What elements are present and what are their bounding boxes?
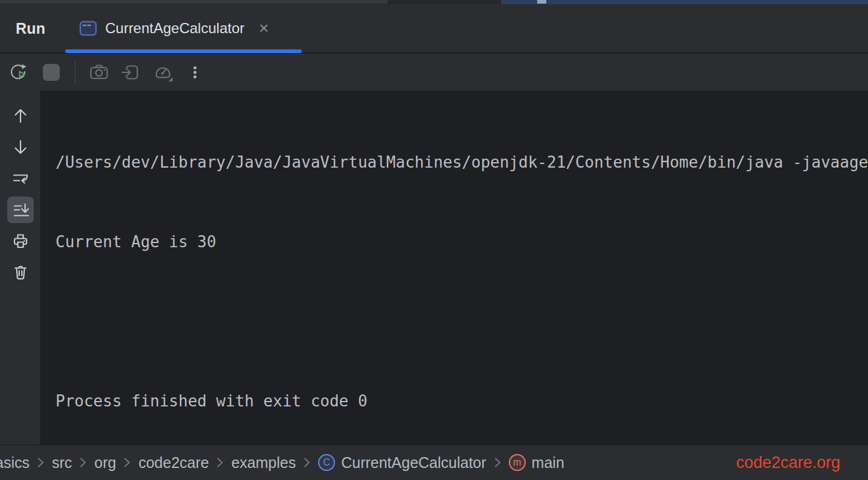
more-options-button[interactable] — [185, 62, 205, 83]
breadcrumb-class-label: CurrentAgeCalculator — [341, 454, 486, 472]
panel-title: Run — [16, 20, 45, 37]
chevron-right-icon — [124, 457, 130, 468]
scroll-to-end-icon — [11, 200, 30, 219]
editor-edge-strip — [0, 0, 868, 4]
soft-wrap-icon — [11, 169, 30, 188]
attach-to-process-button[interactable] — [121, 62, 141, 83]
editor-edge-caret — [537, 0, 546, 4]
toolbar-separator — [75, 61, 75, 84]
chevron-right-icon — [80, 457, 86, 468]
clear-trash-icon — [11, 263, 30, 282]
breadcrumb-item-class[interactable]: C CurrentAgeCalculator — [318, 454, 486, 472]
run-panel-header: Run CurrentAgeCalculator × — [0, 4, 868, 53]
scroll-to-end-button[interactable] — [7, 197, 34, 223]
tab-label: CurrentAgeCalculator — [105, 20, 244, 37]
console-sidebar — [0, 90, 41, 444]
down-stacktrace-button[interactable] — [7, 134, 34, 160]
attach-profiler-icon — [121, 62, 141, 83]
chevron-right-icon — [494, 457, 501, 468]
breadcrumb-item-examples[interactable]: examples — [231, 454, 296, 472]
stop-icon — [41, 62, 62, 83]
class-icon: C — [318, 454, 335, 471]
console-tab-icon — [79, 21, 97, 36]
breadcrumb-item-basics[interactable]: asics — [0, 454, 30, 472]
camera-snapshot-icon — [89, 62, 109, 83]
console-output: /Users/dev/Library/Java/JavaVirtualMachi… — [41, 90, 868, 444]
breadcrumb-bar: asics src org code2care examples C Curre… — [0, 444, 868, 480]
rerun-icon — [9, 62, 30, 83]
soft-wrap-button[interactable] — [7, 165, 34, 192]
active-tab-underline — [65, 49, 302, 53]
editor-edge-segment — [0, 0, 388, 4]
editor-edge-selection — [501, 0, 868, 4]
print-icon — [11, 232, 30, 251]
console-area: /Users/dev/Library/Java/JavaVirtualMachi… — [0, 90, 868, 444]
chevron-right-icon — [304, 457, 310, 468]
breadcrumb-item-src[interactable]: src — [52, 454, 72, 472]
stop-button[interactable] — [41, 62, 62, 83]
up-stacktrace-button[interactable] — [7, 103, 34, 129]
memory-snapshot-button[interactable] — [89, 62, 109, 83]
arrow-up-icon — [11, 106, 30, 125]
print-console-button[interactable] — [7, 228, 34, 254]
console-line: Current Age is 30 — [56, 229, 868, 255]
more-options-kebab-icon — [185, 62, 205, 83]
breadcrumb-item-method[interactable]: m main — [509, 454, 564, 472]
clear-console-button[interactable] — [7, 259, 34, 286]
method-icon: m — [509, 454, 526, 471]
arrow-down-icon — [11, 137, 30, 157]
tab-close-icon[interactable]: × — [259, 20, 269, 37]
tab-current-age-calculator[interactable]: CurrentAgeCalculator × — [79, 4, 269, 52]
rerun-button[interactable] — [9, 62, 30, 83]
console-line — [56, 308, 868, 335]
watermark-text: code2care.org — [736, 453, 840, 472]
console-line: /Users/dev/Library/Java/JavaVirtualMachi… — [56, 149, 868, 175]
breadcrumb-method-label: main — [532, 454, 564, 472]
chevron-right-icon — [217, 457, 223, 468]
breadcrumb-item-org[interactable]: org — [94, 454, 116, 472]
chevron-right-icon — [37, 457, 44, 468]
run-toolbar — [0, 54, 868, 90]
run-tool-window: Run CurrentAgeCalculator × — [0, 0, 868, 480]
dropdown-corner-icon — [168, 77, 173, 81]
breadcrumb-item-code2care[interactable]: code2care — [138, 454, 209, 472]
profiler-button[interactable] — [153, 62, 173, 83]
console-line: Process finished with exit code 0 — [56, 388, 868, 414]
